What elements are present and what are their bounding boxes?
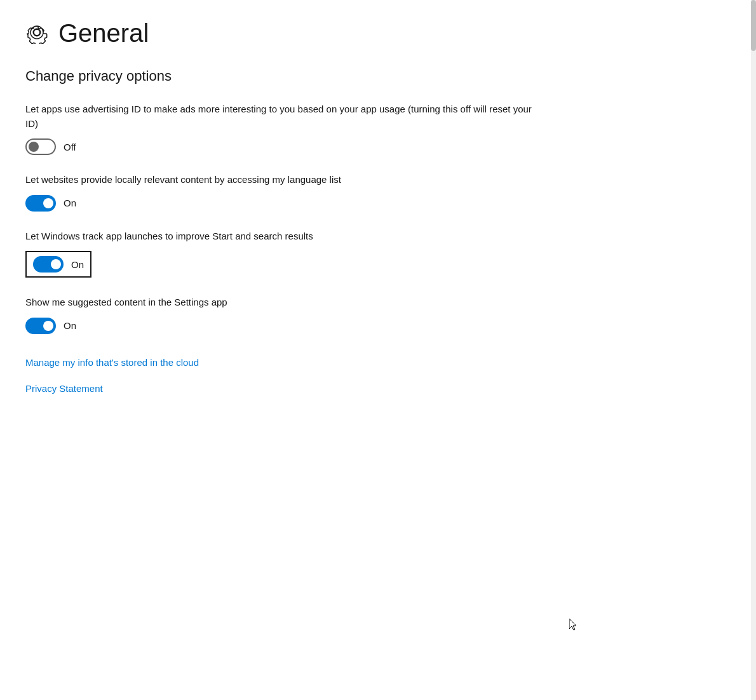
language-list-description: Let websites provide locally relevant co…: [25, 173, 546, 187]
setting-suggested-content: Show me suggested content in the Setting…: [25, 295, 731, 334]
setting-advertising-id: Let apps use advertising ID to make ads …: [25, 102, 731, 155]
manage-cloud-info-link[interactable]: Manage my info that's stored in the clou…: [25, 357, 731, 368]
page-title: General: [58, 19, 149, 48]
app-launches-description: Let Windows track app launches to improv…: [25, 229, 546, 244]
advertising-id-toggle-row: Off: [25, 138, 731, 155]
language-list-toggle-row: On: [25, 195, 731, 212]
suggested-content-description: Show me suggested content in the Setting…: [25, 295, 546, 310]
advertising-id-toggle[interactable]: [25, 138, 56, 155]
suggested-content-toggle-row: On: [25, 318, 731, 334]
setting-language-list: Let websites provide locally relevant co…: [25, 173, 731, 212]
section-title: Change privacy options: [25, 68, 731, 84]
language-list-toggle[interactable]: [25, 195, 56, 212]
links-section: Manage my info that's stored in the clou…: [25, 357, 731, 394]
suggested-content-label: On: [64, 320, 76, 331]
suggested-content-toggle[interactable]: [25, 318, 56, 334]
cursor-pointer: [569, 619, 578, 631]
app-launches-toggle-row: On: [25, 251, 91, 278]
app-launches-toggle[interactable]: [33, 256, 64, 273]
setting-app-launches: Let Windows track app launches to improv…: [25, 229, 731, 278]
gear-icon: [25, 21, 48, 46]
app-launches-label: On: [71, 259, 84, 270]
language-list-label: On: [64, 198, 76, 208]
advertising-id-label: Off: [64, 142, 76, 152]
page-header: General: [25, 19, 731, 48]
scrollbar-track: [751, 0, 756, 700]
advertising-id-description: Let apps use advertising ID to make ads …: [25, 102, 546, 131]
privacy-statement-link[interactable]: Privacy Statement: [25, 383, 731, 394]
scrollbar-thumb[interactable]: [751, 0, 756, 51]
settings-list: Let apps use advertising ID to make ads …: [25, 102, 731, 334]
